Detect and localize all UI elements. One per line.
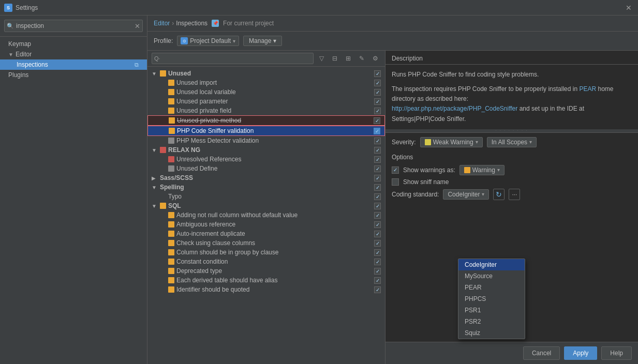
manage-button[interactable]: Manage ▾: [243, 36, 282, 46]
popup-item-pear[interactable]: PEAR: [458, 282, 525, 293]
tree-item-deprecated[interactable]: Deprecated type: [147, 266, 385, 276]
filter-icon: Q·: [154, 55, 160, 62]
help-button[interactable]: Help: [601, 346, 632, 360]
cancel-button[interactable]: Cancel: [523, 346, 560, 360]
tree-item-spelling[interactable]: ▼ Spelling: [147, 183, 385, 192]
tree-item-check-clause[interactable]: Check using clause columns: [147, 238, 385, 248]
sidebar-search-wrapper[interactable]: 🔍 ✕: [4, 20, 143, 32]
collapse-all-button[interactable]: ⊞: [343, 53, 354, 64]
content-area: Editor › Inspections 📌 For current proje…: [147, 16, 638, 364]
severity-dd-arrow: ▾: [476, 139, 478, 145]
pear-link[interactable]: PEAR: [579, 85, 596, 93]
tree-item-autoincrement[interactable]: Auto-increment duplicate: [147, 229, 385, 238]
tree-item-unresolved[interactable]: Unresolved References: [147, 155, 385, 164]
tree-item-unused-param[interactable]: Unused parameter: [147, 97, 385, 106]
tree-item-unused-local[interactable]: Unused local variable: [147, 87, 385, 97]
search-clear-icon[interactable]: ✕: [132, 22, 142, 30]
inspections-copy-icon: ⧉: [135, 62, 139, 68]
description-panel: Description Runs PHP Code Sniffer to fin…: [385, 51, 638, 364]
manage-dropdown-arrow: ▾: [273, 37, 276, 44]
warning-color: [464, 167, 470, 173]
coding-standard-label: Coding standard:: [392, 191, 439, 198]
sidebar-search-input[interactable]: [16, 22, 132, 29]
expand-all-icon: ⊟: [332, 55, 337, 62]
unused-label: Unused: [168, 70, 372, 77]
profile-select[interactable]: ⊙ Project Default ▾: [177, 36, 239, 46]
warning-type-dropdown[interactable]: Warning ▾: [459, 165, 505, 175]
tree-item-php-codesniffer[interactable]: PHP Code Sniffer validation: [147, 126, 385, 136]
severity-color: [425, 139, 431, 145]
tree-item-notnull[interactable]: Adding not null column without default v…: [147, 210, 385, 220]
coding-standard-popup: CodeIgniter MySource PEAR PHPCS PSR1 PSR…: [458, 259, 525, 339]
settings-icon: ⚙: [373, 55, 378, 62]
tree-item-constant[interactable]: Constant condition: [147, 257, 385, 266]
show-sniff-row: Show sniff name: [392, 178, 632, 186]
scope-dropdown[interactable]: In All Scopes ▾: [487, 137, 537, 147]
filter-input[interactable]: [162, 55, 311, 62]
profile-value: Project Default: [190, 37, 231, 44]
tree-item-unused-method[interactable]: Unused private method: [147, 115, 385, 126]
tree-item-relaxng[interactable]: ▼ RELAX NG: [147, 145, 385, 155]
coding-standard-dropdown[interactable]: CodeIgniter ▾: [443, 189, 489, 200]
warning-dd-arrow: ▾: [497, 167, 500, 173]
popup-item-phpcs[interactable]: PHPCS: [458, 293, 525, 305]
popup-item-codeigniter[interactable]: CodeIgniter: [458, 259, 525, 270]
coding-standard-row: Coding standard: CodeIgniter ▾ ↻ ··· Cod…: [392, 189, 632, 200]
show-sniff-checkbox[interactable]: [392, 178, 399, 186]
pear-codesniffer-link[interactable]: http://pear.php.net/package/PHP_CodeSnif…: [392, 105, 517, 112]
unused-color: [160, 70, 166, 77]
tree-item-typo[interactable]: Typo: [147, 192, 385, 201]
refresh-button[interactable]: ↻: [493, 189, 505, 200]
sidebar-item-keymap[interactable]: Keymap: [0, 39, 147, 49]
sidebar-item-plugins[interactable]: Plugins: [0, 70, 147, 80]
collapse-all-icon: ⊞: [346, 55, 351, 62]
sidebar-item-editor[interactable]: ▼ Editor: [0, 49, 147, 59]
tree-item-sql[interactable]: ▼ SQL: [147, 201, 385, 210]
bottom-bar: Cancel Apply Help: [385, 342, 638, 364]
options-section: Severity: Weak Warning ▾ In All Scopes ▾…: [385, 132, 638, 204]
filter-button[interactable]: ▽: [316, 53, 327, 64]
tree-item-col-group[interactable]: Column should be in group by clause: [147, 248, 385, 257]
pin-icon: 📌: [212, 20, 219, 27]
coding-dd-arrow: ▾: [482, 191, 484, 197]
tree-item-derived[interactable]: Each derived table should have alias: [147, 276, 385, 285]
expand-all-button[interactable]: ⊟: [329, 53, 340, 64]
popup-item-mysource[interactable]: MySource: [458, 270, 525, 282]
description-text: Runs PHP Code Sniffer to find coding sty…: [385, 65, 638, 129]
options-header: Options: [392, 154, 632, 161]
settings-button[interactable]: ⚙: [369, 53, 381, 64]
tree-item-php-mess[interactable]: PHP Mess Detector validation: [147, 136, 385, 145]
severity-dropdown[interactable]: Weak Warning ▾: [420, 137, 483, 147]
show-warnings-row: Show warnings as: Warning ▾: [392, 165, 632, 175]
tree-item-unused[interactable]: ▼ Unused: [147, 69, 385, 78]
scope-value: In All Scopes: [492, 139, 527, 146]
sidebar-nav: Keymap ▼ Editor Inspections ⧉ Plugins: [0, 37, 147, 364]
tree-item-identifier[interactable]: Identifier should be quoted: [147, 285, 385, 294]
popup-item-psr2[interactable]: PSR2: [458, 316, 525, 327]
tree-item-unused-field[interactable]: Unused private field: [147, 106, 385, 115]
tree-item-unused-import[interactable]: Unused import: [147, 78, 385, 87]
tree-item-unused-define[interactable]: Unused Define: [147, 164, 385, 173]
edit-button[interactable]: ✎: [356, 53, 367, 64]
edit-icon: ✎: [359, 55, 364, 62]
tree-item-ambiguous[interactable]: Ambiguous reference: [147, 220, 385, 229]
tree-item-sass[interactable]: ▶ Sass/SCSS: [147, 173, 385, 183]
profile-icon: ⊙: [181, 37, 188, 44]
unused-checkbox[interactable]: [374, 70, 381, 77]
popup-item-squiz[interactable]: Squiz: [458, 327, 525, 339]
filter-funnel-icon: ▽: [319, 55, 324, 62]
close-button[interactable]: ✕: [624, 3, 634, 13]
sidebar-item-inspections[interactable]: Inspections ⧉: [0, 59, 147, 70]
breadcrumb-editor[interactable]: Editor: [154, 20, 170, 27]
more-options-button[interactable]: ···: [509, 189, 520, 200]
coding-standard-value: CodeIgniter: [448, 191, 480, 198]
apply-button[interactable]: Apply: [564, 346, 597, 360]
ui-checkbox[interactable]: [374, 80, 381, 86]
editor-expand-arrow: ▼: [8, 52, 13, 57]
popup-item-psr1[interactable]: PSR1: [458, 305, 525, 316]
severity-value: Weak Warning: [433, 139, 473, 146]
show-warnings-label: Show warnings as:: [403, 166, 455, 174]
filter-search-wrapper[interactable]: Q·: [152, 53, 314, 64]
show-warnings-checkbox[interactable]: [392, 166, 399, 174]
scope-dd-arrow: ▾: [529, 139, 532, 145]
